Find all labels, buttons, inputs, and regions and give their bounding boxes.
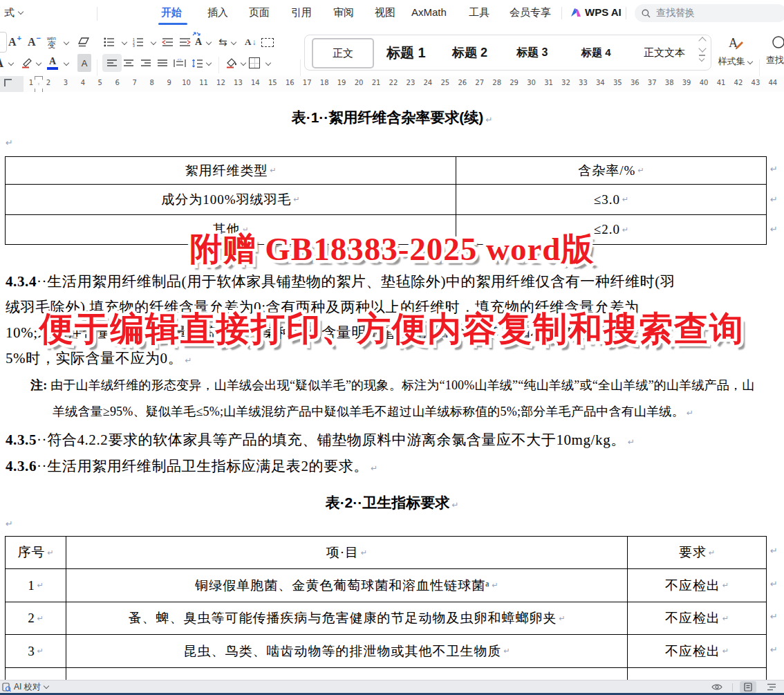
ai-proofread-button[interactable]: AI 校对 (2, 681, 49, 693)
tab-reference[interactable]: 引用 (291, 6, 312, 19)
sort-button[interactable]: A↓ (245, 33, 256, 51)
tab-axmath[interactable]: AxMath (411, 6, 447, 18)
tab-review[interactable]: 审阅 (333, 6, 354, 19)
chevron-down-icon[interactable] (241, 61, 246, 66)
ruler-number: 13 (232, 79, 243, 86)
page-view-icon[interactable] (740, 681, 756, 693)
tab-wps-ai[interactable]: WPS AI (585, 6, 622, 18)
ruler-number: 20 (353, 79, 364, 86)
eye-protect-icon[interactable] (709, 681, 725, 693)
more-styles-icon[interactable] (699, 55, 705, 56)
style-item-bodytext[interactable]: 正文文本 (644, 35, 685, 70)
style-set-button[interactable]: A 样式集 (716, 35, 755, 71)
table1-cell: 成分为100%羽绒羽毛↵ (6, 185, 456, 215)
ruler-number: 5 (95, 79, 106, 86)
tab-insert[interactable]: 插入 (207, 6, 228, 19)
ruler-number: 35 (612, 79, 623, 86)
table2[interactable]: 序号↵ 项·目↵ 要求↵ 1↵ 铜绿假单胞菌、金黄色葡萄球菌和溶血性链球菌ᵃ↵ … (5, 536, 767, 681)
find-button[interactable]: 查找 (765, 35, 784, 71)
chevron-down-icon[interactable] (231, 40, 236, 46)
chevron-down-icon[interactable] (151, 40, 156, 46)
row-end-mark: ↵ (770, 546, 778, 556)
show-marks-button[interactable] (261, 33, 274, 51)
ruler-number: 40 (698, 79, 709, 86)
align-left-button[interactable] (102, 54, 122, 72)
clear-format-button[interactable] (77, 33, 90, 51)
chevron-down-icon[interactable] (64, 40, 69, 46)
ruler-number: 14 (250, 79, 261, 86)
tab-page[interactable]: 页面 (249, 6, 270, 19)
chevron-down-icon[interactable] (206, 40, 212, 46)
chevron-down-icon[interactable] (18, 10, 24, 15)
decrease-font-button[interactable]: A− (28, 33, 40, 51)
paragraph-436: 4.3.6··生活用絮用纤维制品卫生指标应满足表2的要求。↵ (6, 456, 377, 476)
wps-writer-window: 式 开始 插入 页面 引用 审阅 视图 AxMath 工具 会员专享 WPS A… (0, 0, 784, 695)
chevron-down-icon[interactable] (8, 61, 14, 66)
ruler-number: 7 (129, 79, 140, 86)
chevron-down-icon[interactable] (44, 684, 49, 689)
divider (732, 683, 733, 692)
borders-button[interactable] (249, 54, 260, 72)
chevron-down-icon[interactable] (64, 61, 69, 66)
tab-view[interactable]: 视图 (375, 6, 395, 19)
justify-button[interactable] (157, 54, 168, 72)
window-left-control[interactable]: 式 (4, 6, 15, 19)
asian-layout-button[interactable]: ⇆ (218, 33, 227, 51)
char-shading-button[interactable]: A (77, 54, 91, 72)
style-item-heading1[interactable]: 标题 1 (386, 35, 426, 70)
increase-indent-button[interactable] (179, 33, 191, 51)
tab-member[interactable]: 会员专享 (510, 6, 551, 19)
phonetic-guide-button[interactable]: wén变 (47, 33, 56, 51)
chevron-down-icon[interactable] (36, 61, 41, 66)
chevron-down-icon[interactable] (265, 61, 271, 66)
find-icon (770, 35, 784, 51)
search-icon (642, 9, 651, 18)
ruler-number: 22 (388, 79, 399, 86)
font-color-button[interactable]: A (47, 54, 58, 72)
style-item-heading4[interactable]: 标题 4 (581, 35, 611, 70)
table1-header-cell: 含杂率/%↵ (456, 157, 766, 185)
increase-font-button[interactable]: A+ (8, 33, 21, 51)
table2-cell: 铜绿假单胞菌、金黄色葡萄球菌和溶血性链球菌ᵃ↵ (66, 569, 628, 602)
bullet-list-button[interactable] (104, 33, 115, 51)
row-end-mark: ↵ (770, 645, 778, 655)
row-end-mark: ↵ (770, 579, 778, 589)
outline-view-icon[interactable] (763, 681, 780, 693)
ruler-number: 19 (336, 79, 347, 86)
ruler-number: 28 (492, 79, 503, 86)
ruler-number: 43 (750, 79, 761, 86)
tab-tools[interactable]: 工具 (469, 6, 489, 19)
style-item-normal[interactable]: 正文 (312, 38, 374, 68)
style-item-heading2[interactable]: 标题 2 (452, 35, 487, 70)
watermark-line2: 便于编辑直接打印、方便内容复制和搜索查询 便于编辑直接打印、方便内容复制和搜索查… (39, 306, 745, 352)
ruler-number: 30 (526, 79, 537, 86)
horizontal-ruler[interactable]: 1234567891011121314151617181920212223242… (0, 76, 784, 93)
numbered-list-button[interactable]: 123 (133, 33, 144, 51)
font-size-combo[interactable] (0, 32, 7, 53)
paragraph-mark: ↵ (6, 138, 13, 148)
text-direction-button[interactable]: A (195, 33, 202, 51)
align-center-button[interactable] (123, 54, 134, 72)
chevron-down-icon[interactable] (122, 40, 127, 46)
wps-ai-logo-icon (570, 7, 582, 18)
ruler-number: 6 (112, 79, 123, 86)
line-spacing-button[interactable] (192, 54, 203, 72)
distribute-button[interactable]: <> (174, 54, 186, 72)
scroll-down-icon[interactable] (698, 44, 706, 52)
shading-button[interactable] (225, 54, 238, 72)
tab-selector-icon[interactable] (4, 79, 12, 86)
style-item-heading3[interactable]: 标题 3 (516, 35, 548, 70)
text-effects-button[interactable]: A (0, 54, 3, 72)
ruler-number: 10 (181, 79, 192, 86)
align-right-button[interactable] (140, 54, 151, 72)
chevron-down-icon[interactable] (206, 61, 212, 66)
search-input[interactable]: 查找替换 (635, 4, 784, 22)
document-page[interactable]: 表·1··絮用纤维含杂率要求(续)↵ ↵ 絮用纤维类型↵ 含杂率/%↵ 成分为1… (0, 92, 784, 681)
ruler-number: 18 (319, 79, 330, 86)
decrease-indent-button[interactable] (162, 33, 174, 51)
status-bar: AI 校对 (0, 680, 784, 694)
ruler-number: 39 (681, 79, 692, 86)
highlight-pen-button[interactable] (21, 54, 33, 72)
tab-home[interactable]: 开始 (161, 6, 182, 19)
note-line1: 注: 由于山羊绒纤维的形态变异，山羊绒会出现“疑似羊毛”的现象。标注为“100%… (30, 377, 754, 393)
